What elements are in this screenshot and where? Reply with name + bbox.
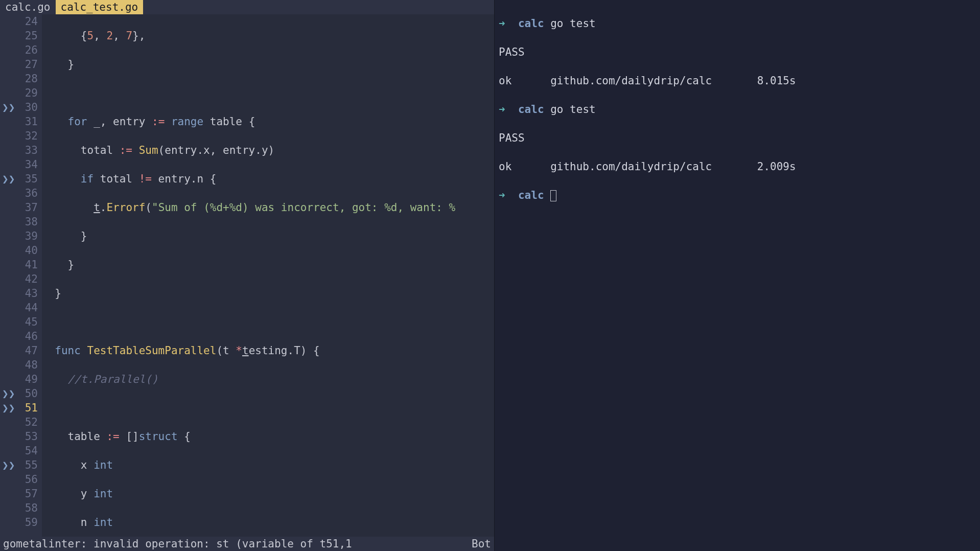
- line-number: 25: [16, 29, 38, 43]
- line-number: 45: [16, 315, 38, 329]
- line-number: 28: [16, 72, 38, 86]
- line-number: 27: [16, 57, 38, 72]
- line-number: 32: [16, 129, 38, 143]
- prompt-arrow-icon: ➜: [499, 189, 505, 201]
- line-number: 39: [16, 229, 38, 243]
- terminal-command: go test: [550, 17, 596, 30]
- line-number: 33: [16, 143, 38, 157]
- line-number: 37: [16, 200, 38, 215]
- line-number: 31: [16, 114, 38, 129]
- line-number: 51: [16, 401, 38, 415]
- line-number: 41: [16, 258, 38, 272]
- line-number: 26: [16, 43, 38, 57]
- line-number: 30: [16, 100, 38, 114]
- tab-bar: calc.go calc_test.go: [0, 0, 494, 14]
- line-number: 36: [16, 186, 38, 200]
- line-number: 58: [16, 501, 38, 515]
- line-number: 53: [16, 429, 38, 444]
- app-root: calc.go calc_test.go ❯❯ ❯❯ ❯❯ ❯❯ ❯❯ 2425…: [0, 0, 980, 551]
- line-number: 57: [16, 487, 38, 501]
- terminal-command: go test: [550, 103, 596, 116]
- line-number: 42: [16, 272, 38, 286]
- terminal-output: PASS: [499, 131, 976, 145]
- prompt-dir: calc: [518, 17, 544, 30]
- line-number: 59: [16, 515, 38, 530]
- sign-column: ❯❯ ❯❯ ❯❯ ❯❯ ❯❯: [0, 14, 16, 537]
- terminal-cursor[interactable]: [550, 190, 556, 201]
- editor-pane: calc.go calc_test.go ❯❯ ❯❯ ❯❯ ❯❯ ❯❯ 2425…: [0, 0, 495, 551]
- line-number: 52: [16, 415, 38, 429]
- line-number: 50: [16, 386, 38, 401]
- line-number-gutter: 2425262728293031323334353637383940414243…: [16, 14, 42, 537]
- tab-calc-test-go[interactable]: calc_test.go: [56, 0, 144, 14]
- line-number: 43: [16, 286, 38, 301]
- line-number: 24: [16, 14, 38, 29]
- tab-calc-go[interactable]: calc.go: [0, 0, 56, 14]
- line-number: 44: [16, 301, 38, 315]
- code-content[interactable]: {5, 2, 7}, } for _, entry := range table…: [42, 14, 494, 537]
- line-number: 48: [16, 358, 38, 372]
- prompt-arrow-icon: ➜: [499, 17, 505, 30]
- prompt-dir: calc: [518, 189, 544, 201]
- status-lint-message: gometalinter: invalid operation: st (var…: [3, 538, 352, 550]
- prompt-arrow-icon: ➜: [499, 103, 505, 116]
- line-number: 54: [16, 444, 38, 458]
- line-number: 35: [16, 172, 38, 186]
- status-position: Bot: [472, 538, 491, 550]
- line-number: 56: [16, 472, 38, 487]
- line-number: 34: [16, 157, 38, 172]
- line-number: 46: [16, 329, 38, 343]
- line-number: 40: [16, 243, 38, 258]
- terminal-pane[interactable]: ➜ calc go test PASS ok github.com/dailyd…: [495, 0, 980, 551]
- line-number: 49: [16, 372, 38, 386]
- line-number: 38: [16, 215, 38, 229]
- line-number: 55: [16, 458, 38, 472]
- prompt-dir: calc: [518, 103, 544, 116]
- terminal-output: PASS: [499, 45, 976, 59]
- code-area[interactable]: ❯❯ ❯❯ ❯❯ ❯❯ ❯❯ 2425262728293031323334353…: [0, 14, 494, 537]
- status-bar: gometalinter: invalid operation: st (var…: [0, 537, 494, 551]
- line-number: 47: [16, 343, 38, 358]
- line-number: 29: [16, 86, 38, 100]
